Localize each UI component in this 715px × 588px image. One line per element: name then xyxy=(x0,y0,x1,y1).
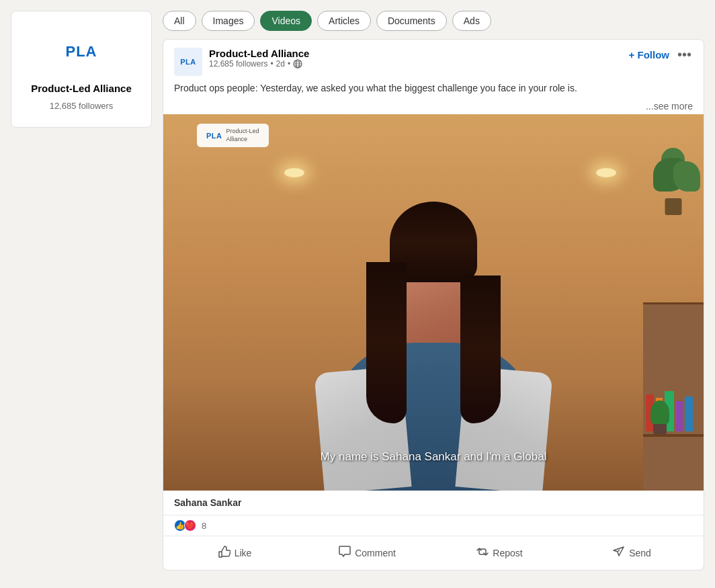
globe-icon xyxy=(293,59,302,69)
bookshelf xyxy=(643,302,704,491)
video-thumbnail[interactable]: PLA Product-LedAlliance My name is Sahan… xyxy=(163,114,704,491)
tab-videos[interactable]: Videos xyxy=(260,11,312,31)
comment-button[interactable]: Comment xyxy=(301,539,433,567)
tab-articles[interactable]: Articles xyxy=(317,11,371,31)
company-followers: 12,685 followers xyxy=(50,101,114,111)
reaction-count: 8 xyxy=(202,521,206,531)
video-container[interactable]: PLA Product-LedAlliance My name is Sahan… xyxy=(163,114,704,491)
logo-text: PLA xyxy=(66,43,97,60)
tab-documents[interactable]: Documents xyxy=(376,11,447,31)
sidebar: PLA Product-Led Alliance 12,685 follower… xyxy=(11,11,152,577)
send-label: Send xyxy=(629,548,651,558)
separator2: • xyxy=(288,59,290,69)
post-info: Product-Led Alliance 12,685 followers • … xyxy=(209,48,622,69)
tab-images[interactable]: Images xyxy=(202,11,255,31)
repost-icon xyxy=(476,546,489,560)
post-avatar[interactable]: PLA xyxy=(174,48,202,76)
company-name: Product-Led Alliance xyxy=(31,83,131,94)
watermark-text-line: Product-LedAlliance xyxy=(226,128,259,143)
comment-icon xyxy=(339,546,351,560)
svg-line-5 xyxy=(618,550,620,552)
post-time: 2d xyxy=(276,59,285,69)
video-subtitle: My name is Sahana Sankar and I'm a Globa… xyxy=(321,450,547,464)
company-card: PLA Product-Led Alliance 12,685 follower… xyxy=(11,11,152,128)
video-credit: Sahana Sankar xyxy=(163,491,704,515)
follow-button[interactable]: + Follow xyxy=(629,49,669,60)
company-logo: PLA xyxy=(57,28,106,76)
filter-tabs: All Images Videos Articles Documents Ads xyxy=(163,11,704,31)
video-watermark: PLA Product-LedAlliance xyxy=(197,124,269,147)
send-button[interactable]: Send xyxy=(566,539,698,567)
separator: • xyxy=(270,59,273,69)
comment-label: Comment xyxy=(355,548,396,558)
reaction-icons: 👍 ❤️ xyxy=(174,519,196,532)
see-more[interactable]: ...see more xyxy=(163,101,704,114)
send-icon xyxy=(613,546,625,560)
post-actions: Like Comment Repost xyxy=(163,536,704,570)
repost-button[interactable]: Repost xyxy=(433,539,566,567)
tab-ads[interactable]: Ads xyxy=(452,11,491,31)
watermark-logo: PLA xyxy=(206,132,222,140)
more-options-button[interactable]: ••• xyxy=(676,48,693,61)
post-author[interactable]: Product-Led Alliance xyxy=(209,48,622,59)
post-header: PLA Product-Led Alliance 12,685 follower… xyxy=(163,40,704,81)
avatar-logo: PLA xyxy=(180,58,196,66)
plant xyxy=(646,148,700,215)
heart-reaction-icon: ❤️ xyxy=(184,519,196,532)
reactions-bar: 👍 ❤️ 8 xyxy=(163,515,704,536)
repost-label: Repost xyxy=(493,548,522,558)
main-feed: All Images Videos Articles Documents Ads… xyxy=(163,11,704,577)
post-followers: 12,685 followers xyxy=(209,59,267,69)
post-text: Product ops people: Yesterday, we asked … xyxy=(163,81,704,101)
post-meta: 12,685 followers • 2d • xyxy=(209,59,622,69)
post-card: PLA Product-Led Alliance 12,685 follower… xyxy=(163,39,704,571)
like-icon xyxy=(218,546,230,560)
tab-all[interactable]: All xyxy=(163,11,196,31)
post-header-actions: + Follow ••• xyxy=(629,48,693,61)
like-button[interactable]: Like xyxy=(169,539,301,567)
like-label: Like xyxy=(235,548,252,558)
